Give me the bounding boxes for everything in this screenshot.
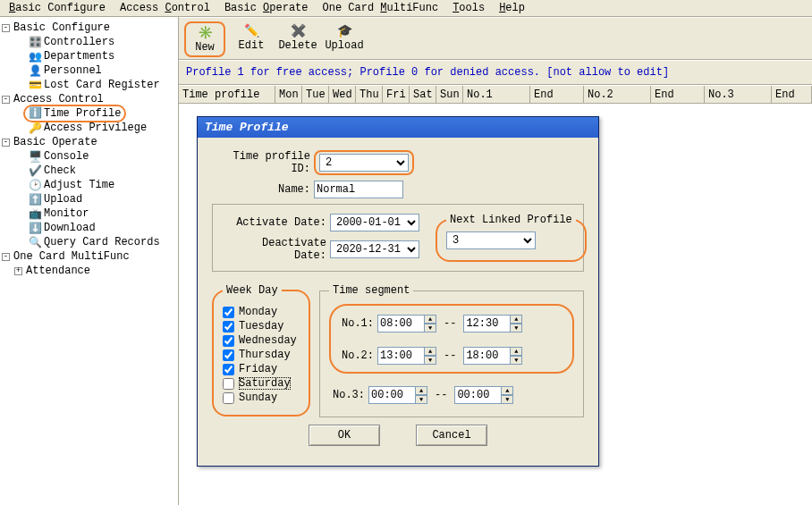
deactivate-date-select[interactable]: 2020-12-31 xyxy=(330,240,419,258)
tree-personnel[interactable]: Personnel xyxy=(44,63,102,78)
deactivate-label: Deactivate Date: xyxy=(224,237,326,262)
menu-help[interactable]: Help xyxy=(492,0,532,16)
col-thu[interactable]: Thu xyxy=(356,86,383,104)
no1-end-spinner[interactable]: ▲▼ xyxy=(463,315,522,332)
ok-button[interactable]: OK xyxy=(309,425,380,446)
tree-query[interactable]: Query Card Records xyxy=(44,235,160,249)
edit-icon: ✏️ xyxy=(244,23,259,39)
next-linked-select[interactable]: 3 xyxy=(446,231,536,249)
tree-toggle[interactable]: + xyxy=(14,267,22,275)
tree-attendance[interactable]: Attendance xyxy=(26,264,90,278)
col-e3[interactable]: End xyxy=(772,86,812,104)
tree-toggle[interactable]: - xyxy=(2,139,10,147)
col-tue[interactable]: Tue xyxy=(302,86,329,104)
tree-lost-card[interactable]: Lost Card Register xyxy=(44,78,160,92)
edit-button[interactable]: ✏️Edit xyxy=(231,21,272,54)
spin-down-icon[interactable]: ▼ xyxy=(424,324,436,332)
no3-end-input[interactable] xyxy=(454,386,501,404)
thursday-checkbox[interactable] xyxy=(223,349,234,361)
upload-icon: ⬆️ xyxy=(29,193,41,206)
departments-icon: 👥 xyxy=(29,50,41,63)
spin-up-icon[interactable]: ▲ xyxy=(510,347,522,356)
col-mon[interactable]: Mon xyxy=(275,86,302,104)
wednesday-checkbox[interactable] xyxy=(223,335,234,347)
tree-toggle[interactable]: - xyxy=(2,96,10,104)
tree-toggle[interactable]: - xyxy=(2,253,10,261)
next-linked-label: Next Linked Profile xyxy=(446,214,576,226)
col-e1[interactable]: End xyxy=(530,86,584,104)
delete-label: Delete xyxy=(278,39,317,52)
tree-access-privilege[interactable]: Access Privilege xyxy=(44,121,147,135)
col-nb3[interactable]: No.3 Begin xyxy=(705,86,772,104)
menu-basic-operate[interactable]: Basic Operate xyxy=(217,0,316,16)
name-input[interactable] xyxy=(314,181,403,198)
tree-console[interactable]: Console xyxy=(44,149,89,164)
spin-up-icon[interactable]: ▲ xyxy=(424,347,436,356)
col-id[interactable]: Time profile ID xyxy=(179,86,275,104)
col-sat[interactable]: Sat xyxy=(410,86,436,104)
tree-adjust-time[interactable]: Adjust Time xyxy=(44,178,114,192)
no1-end-input[interactable] xyxy=(463,315,510,332)
console-icon: 🖥️ xyxy=(29,150,41,163)
spin-down-icon[interactable]: ▼ xyxy=(424,356,436,365)
col-fri[interactable]: Fri xyxy=(383,86,410,104)
no3-begin-spinner[interactable]: ▲▼ xyxy=(368,386,427,404)
no2-begin-input[interactable] xyxy=(377,347,424,365)
menu-one-card[interactable]: One Card MultiFunc xyxy=(316,0,446,16)
tree-toggle[interactable]: - xyxy=(2,24,10,32)
tree-download[interactable]: Download xyxy=(44,221,96,235)
spin-down-icon[interactable]: ▼ xyxy=(415,395,427,404)
tree-one-card[interactable]: One Card MultiFunc xyxy=(13,249,130,264)
tree-check[interactable]: Check xyxy=(44,164,76,178)
no1-label: No.1: xyxy=(338,317,374,330)
spin-up-icon[interactable]: ▲ xyxy=(501,386,513,395)
time-profile-icon: ℹ️ xyxy=(29,106,41,119)
delete-button[interactable]: ✖️Delete xyxy=(277,21,318,54)
tree-monitor[interactable]: Monitor xyxy=(44,206,89,221)
upload-button[interactable]: 🎓Upload xyxy=(324,21,365,54)
col-nb2[interactable]: No.2 Begin xyxy=(584,86,651,104)
no3-end-spinner[interactable]: ▲▼ xyxy=(454,386,513,404)
menu-tools[interactable]: Tools xyxy=(445,0,492,16)
tpid-label: Time profile ID: xyxy=(212,150,310,175)
no1-begin-input[interactable] xyxy=(377,315,424,332)
monitor-icon: 📺 xyxy=(29,207,41,220)
saturday-checkbox[interactable] xyxy=(223,378,234,390)
tree-basic-configure[interactable]: Basic Configure xyxy=(13,21,110,35)
cancel-button[interactable]: Cancel xyxy=(416,425,487,446)
menu-access-control[interactable]: Access Control xyxy=(113,0,217,16)
spin-down-icon[interactable]: ▼ xyxy=(510,356,522,365)
activate-date-select[interactable]: 2000-01-01 xyxy=(330,214,419,231)
tree-basic-operate[interactable]: Basic Operate xyxy=(13,135,97,149)
tree-controllers[interactable]: Controllers xyxy=(44,35,114,49)
tree-upload[interactable]: Upload xyxy=(44,192,82,206)
spin-up-icon[interactable]: ▲ xyxy=(510,315,522,324)
spin-down-icon[interactable]: ▼ xyxy=(510,324,522,332)
thursday-label: Thursday xyxy=(239,349,291,361)
friday-checkbox[interactable] xyxy=(223,364,234,375)
menu-basic-configure[interactable]: Basic Configure xyxy=(2,0,113,16)
tree-time-profile[interactable]: Time Profile xyxy=(44,107,121,120)
menu-bar: Basic Configure Access Control Basic Ope… xyxy=(0,0,812,17)
no2-begin-spinner[interactable]: ▲▼ xyxy=(377,347,436,365)
no3-begin-input[interactable] xyxy=(368,386,415,404)
sep-label: -- xyxy=(444,349,456,362)
spin-down-icon[interactable]: ▼ xyxy=(501,395,513,404)
tree-departments[interactable]: Departments xyxy=(44,49,114,63)
tuesday-label: Tuesday xyxy=(239,320,283,332)
spin-up-icon[interactable]: ▲ xyxy=(424,315,436,324)
new-button[interactable]: ✳️New xyxy=(184,21,225,57)
tuesday-checkbox[interactable] xyxy=(223,321,234,332)
no2-end-spinner[interactable]: ▲▼ xyxy=(463,347,522,365)
no2-end-input[interactable] xyxy=(463,347,510,365)
new-label: New xyxy=(195,41,215,54)
sunday-checkbox[interactable] xyxy=(223,392,234,404)
col-sun[interactable]: Sun xyxy=(436,86,463,104)
col-e2[interactable]: End xyxy=(651,86,705,104)
col-nb1[interactable]: No.1 Begin xyxy=(463,86,530,104)
monday-checkbox[interactable] xyxy=(223,307,234,318)
col-wed[interactable]: Wed xyxy=(329,86,356,104)
tpid-select[interactable]: 2 xyxy=(319,154,409,172)
spin-up-icon[interactable]: ▲ xyxy=(415,386,427,395)
no1-begin-spinner[interactable]: ▲▼ xyxy=(377,315,436,332)
